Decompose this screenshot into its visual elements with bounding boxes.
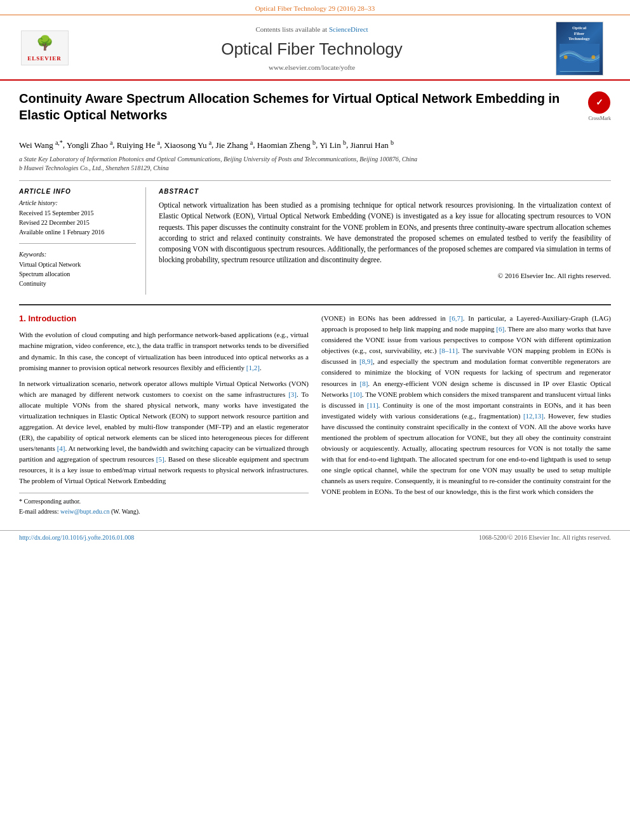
journal-main-title: Optical Fiber Technology (89, 37, 535, 60)
abstract-title: ABSTRACT (159, 187, 611, 196)
info-abstract-area: ARTICLE INFO Article history: Received 1… (19, 187, 611, 295)
keywords-section: Keywords: Virtual Optical Network Spectr… (19, 250, 136, 288)
elsevier-logo-area: 🌳 ELSEVIER (13, 30, 76, 67)
footnote-email-label: E-mail address: (19, 508, 58, 515)
copyright-line: © 2016 Elsevier Inc. All rights reserved… (159, 271, 611, 281)
section-1-heading: 1. Introduction (19, 313, 309, 324)
ref-10: [10] (351, 390, 362, 398)
keywords-label: Keywords: (19, 250, 136, 259)
ref-6-7: [6,7] (450, 314, 463, 322)
author-yi-lin: Yi Lin b (319, 140, 346, 150)
ref-8-9: [8,9] (359, 357, 373, 365)
ref-1-2: [1,2] (246, 364, 260, 371)
ref-3: [3] (288, 390, 297, 398)
keyword-3: Continuity (19, 279, 136, 288)
elsevier-logo: 🌳 ELSEVIER (21, 30, 69, 67)
keyword-1: Virtual Optical Network (19, 260, 136, 269)
body-paragraph-1: With the evolution of cloud computing an… (19, 330, 309, 373)
journal-title-area: Contents lists available at ScienceDirec… (76, 25, 547, 72)
crossmark-badge: ✓ CrossMark (588, 91, 611, 122)
keywords-list: Virtual Optical Network Spectrum allocat… (19, 260, 136, 288)
cover-title: OpticalFiberTechnology (568, 25, 590, 41)
page: Optical Fiber Technology 29 (2016) 28–33… (0, 0, 630, 840)
author-xiaosong-yu: Xiaosong Yu a (164, 140, 211, 150)
footnotes-area: * Corresponding author. E-mail address: … (19, 493, 309, 516)
sciencedirect-prefix: Contents lists available at (255, 25, 327, 33)
keyword-2: Spectrum allocation (19, 270, 136, 279)
authors-line: Wei Wang a,*, Yongli Zhao a, Ruiying He … (19, 137, 611, 151)
author-ruiying-he: Ruiying He a (117, 140, 160, 150)
cover-image (560, 44, 600, 72)
journal-top-bar: Optical Fiber Technology 29 (2016) 28–33 (0, 0, 630, 15)
journal-cover-area: OpticalFiberTechnology (547, 22, 611, 76)
affiliation-a: a State Key Laboratory of Information Ph… (19, 155, 611, 164)
info-divider (19, 243, 136, 244)
logo-box: 🌳 ELSEVIER (21, 30, 69, 65)
divider-1 (19, 180, 611, 181)
ref-5: [5] (156, 455, 164, 463)
ref-8b: [8] (360, 380, 368, 387)
article-title: Continuity Aware Spectrum Allocation Sch… (19, 90, 582, 123)
body-paragraph-2: In network virtualization scenario, netw… (19, 378, 309, 486)
available-date: Available online 1 February 2016 (19, 228, 136, 237)
body-columns: 1. Introduction With the evolution of cl… (19, 313, 611, 517)
received-date: Received 15 September 2015 (19, 209, 136, 218)
journal-cover-image: OpticalFiberTechnology (556, 22, 603, 76)
body-left-column: 1. Introduction With the evolution of cl… (19, 313, 309, 517)
ref-6: [6] (496, 325, 504, 333)
elsevier-wordmark: ELSEVIER (27, 55, 62, 63)
ref-11: [11] (367, 401, 379, 409)
journal-citation: Optical Fiber Technology 29 (2016) 28–33 (255, 4, 375, 12)
ref-12-13: [12,13] (523, 412, 544, 420)
article-content: Continuity Aware Spectrum Allocation Sch… (0, 81, 630, 530)
doi-link[interactable]: http://dx.doi.org/10.1016/j.yofte.2016.0… (19, 533, 134, 542)
sciencedirect-line: Contents lists available at ScienceDirec… (89, 25, 535, 34)
affiliations: a State Key Laboratory of Information Ph… (19, 155, 611, 173)
body-divider (19, 304, 611, 305)
svg-point-1 (563, 56, 567, 60)
footnote-email-suffix: (W. Wang). (111, 508, 140, 515)
author-jie-zhang: Jie Zhang a (216, 140, 253, 150)
journal-url: www.elsevier.com/locate/yofte (89, 63, 535, 72)
ref-8-11: [8–11] (439, 347, 458, 354)
crossmark-label: CrossMark (588, 115, 611, 122)
article-info-title: ARTICLE INFO (19, 187, 136, 196)
body-right-paragraph-1: (VONE) in EONs has been addressed in [6,… (321, 313, 611, 497)
author-haomian-zheng: Haomian Zheng b (257, 140, 316, 150)
sciencedirect-link[interactable]: ScienceDirect (329, 25, 368, 33)
ref-4: [4] (57, 444, 65, 452)
footnote-email: E-mail address: weiw@bupt.edu.cn (W. Wan… (19, 507, 309, 516)
crossmark-icon: ✓ (588, 91, 610, 114)
revised-date: Revised 22 December 2015 (19, 218, 136, 227)
affiliation-b: b Huawei Technologies Co., Ltd., Shenzhe… (19, 164, 611, 173)
author-wei-wang: Wei Wang a,* (19, 140, 63, 150)
journal-header: 🌳 ELSEVIER Contents lists available at S… (0, 15, 630, 81)
footnote-email-link[interactable]: weiw@bupt.edu.cn (60, 508, 110, 515)
abstract-panel: ABSTRACT Optical network virtualization … (159, 187, 611, 295)
body-right-column: (VONE) in EONs has been addressed in [6,… (321, 313, 611, 517)
article-info-panel: ARTICLE INFO Article history: Received 1… (19, 187, 146, 295)
article-info-section: ARTICLE INFO Article history: Received 1… (19, 187, 136, 237)
author-jianrui-han: Jianrui Han b (350, 140, 394, 150)
author-yongli-zhao: Yongli Zhao a (67, 140, 112, 150)
tree-icon: 🌳 (36, 34, 53, 53)
svg-point-2 (591, 56, 595, 60)
fiber-optic-graphic (560, 44, 600, 72)
issn-copyright: 1068-5200/© 2016 Elsevier Inc. All right… (479, 533, 611, 542)
history-label: Article history: (19, 199, 136, 208)
abstract-text: Optical network virtualization has been … (159, 200, 611, 266)
bottom-bar: http://dx.doi.org/10.1016/j.yofte.2016.0… (0, 530, 630, 545)
footnote-corresponding: * Corresponding author. (19, 497, 309, 506)
